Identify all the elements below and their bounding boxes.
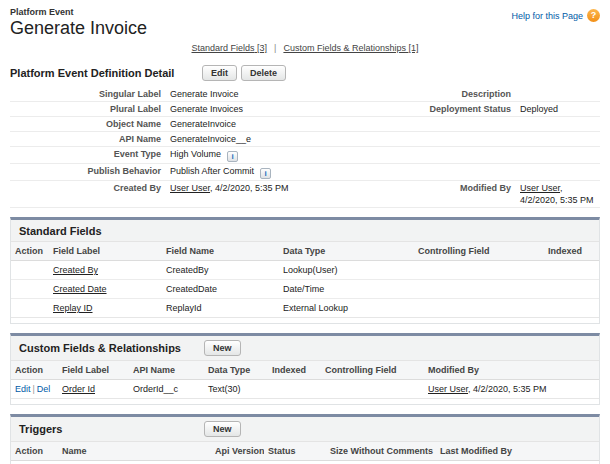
- col-action: Action: [11, 242, 49, 261]
- field-label: API Name: [10, 133, 170, 145]
- edit-button[interactable]: Edit: [202, 65, 237, 81]
- detail-rows: Singular Label Generate Invoice Descript…: [10, 87, 600, 208]
- col-field-name: Field Name: [162, 242, 279, 261]
- col-controlling-field: Controlling Field: [414, 242, 544, 261]
- jump-link-standard-fields[interactable]: Standard Fields [3]: [191, 43, 267, 53]
- section-standard-fields: Standard Fields Action Field Label Field…: [10, 217, 600, 324]
- col-name: Name: [58, 442, 211, 461]
- col-controlling-field: Controlling Field: [321, 361, 424, 380]
- col-size-without-comments: Size Without Comments: [326, 442, 436, 461]
- detail-row-publish-behavior: Publish Behavior Publish After Commiti: [10, 164, 600, 181]
- del-action-link[interactable]: Del: [37, 384, 51, 394]
- col-api-version: Api Version: [211, 442, 264, 461]
- custom-fields-table: Action Field Label API Name Data Type In…: [11, 360, 599, 399]
- help-question-icon[interactable]: ?: [587, 9, 600, 22]
- table-header-row: Action Field Label Field Name Data Type …: [11, 242, 599, 261]
- field-link-created-by[interactable]: Created By: [53, 265, 98, 275]
- field-label: Singular Label: [10, 88, 170, 100]
- table-header-row: Action Field Label API Name Data Type In…: [11, 361, 599, 380]
- field-value: High Volumei: [170, 148, 410, 162]
- table-header-row: Action Name Api Version Status Size With…: [11, 442, 599, 461]
- detail-titlebar: Platform Event Definition Detail Edit De…: [10, 65, 600, 81]
- help-link[interactable]: Help for this Page ?: [511, 9, 600, 22]
- section-triggers: Triggers New Action Name Api Version Sta…: [10, 414, 600, 464]
- detail-row-object-name: Object Name GenerateInvoice: [10, 117, 600, 132]
- section-custom-fields: Custom Fields & Relationships New Action…: [10, 333, 600, 405]
- field-label: Event Type: [10, 148, 170, 162]
- modified-by-user-link[interactable]: User User: [520, 183, 560, 193]
- detail-row-plural-label: Plural Label Generate Invoices Deploymen…: [10, 102, 600, 117]
- field-label: Plural Label: [10, 103, 170, 115]
- table-row: Created By CreatedBy Lookup(User): [11, 261, 599, 280]
- table-row: Edit|Del GenerateInvoiceSubscriber 47.0 …: [11, 461, 599, 464]
- col-data-type: Data Type: [279, 242, 414, 261]
- triggers-header: Triggers New: [11, 417, 599, 441]
- delete-button[interactable]: Delete: [241, 65, 286, 81]
- triggers-title: Triggers: [19, 423, 204, 435]
- info-icon[interactable]: i: [227, 151, 238, 162]
- col-status: Status: [264, 442, 326, 461]
- field-label: Object Name: [10, 118, 170, 130]
- col-modified-by: Modified By: [424, 361, 599, 380]
- field-value: Publish After Commiti: [170, 165, 410, 179]
- field-value: GenerateInvoice: [170, 118, 410, 130]
- field-label: Publish Behavior: [10, 165, 170, 179]
- jump-link-separator: |: [274, 43, 276, 53]
- detail-row-created-by: Created By User User, 4/2/2020, 5:35 PM …: [10, 181, 600, 208]
- field-label: Modified By: [410, 182, 520, 206]
- new-custom-field-button[interactable]: New: [204, 340, 241, 356]
- table-row: Created Date CreatedDate Date/Time: [11, 280, 599, 299]
- col-action: Action: [11, 361, 58, 380]
- field-label: Created By: [10, 182, 170, 206]
- col-indexed: Indexed: [268, 361, 321, 380]
- detail-row-api-name: API Name GenerateInvoice__e: [10, 132, 600, 147]
- standard-fields-table: Action Field Label Field Name Data Type …: [11, 241, 599, 318]
- jump-links: Standard Fields [3]|Custom Fields & Rela…: [0, 43, 610, 53]
- custom-fields-header: Custom Fields & Relationships New: [11, 336, 599, 360]
- field-value: User User, 4/2/2020, 5:35 PM: [170, 182, 410, 206]
- field-label: Description: [410, 88, 520, 100]
- field-value: Deployed: [520, 103, 600, 115]
- col-field-label: Field Label: [58, 361, 129, 380]
- field-value: GenerateInvoice__e: [170, 133, 410, 145]
- table-row: Edit|Del Order Id OrderId__c Text(30) Us…: [11, 380, 599, 399]
- table-row: Replay ID ReplayId External Lookup: [11, 299, 599, 318]
- field-link-order-id[interactable]: Order Id: [62, 384, 95, 394]
- col-field-label: Field Label: [49, 242, 162, 261]
- field-label: Deployment Status: [410, 103, 520, 115]
- standard-fields-title: Standard Fields: [19, 225, 204, 237]
- created-by-user-link[interactable]: User User: [170, 183, 210, 193]
- info-icon[interactable]: i: [260, 168, 271, 179]
- col-data-type: Data Type: [204, 361, 268, 380]
- field-value: Generate Invoices: [170, 103, 410, 115]
- field-value: User User, 4/2/2020, 5:35 PM: [520, 182, 600, 206]
- field-value: [520, 88, 600, 100]
- page-header: Platform Event Generate Invoice Help for…: [0, 0, 610, 39]
- field-link-replay-id[interactable]: Replay ID: [53, 303, 93, 313]
- standard-fields-header: Standard Fields: [11, 220, 599, 241]
- edit-action-link[interactable]: Edit: [15, 384, 31, 394]
- field-value: Generate Invoice: [170, 88, 410, 100]
- modified-by-user-link[interactable]: User User: [428, 384, 468, 394]
- col-api-name: API Name: [129, 361, 204, 380]
- custom-fields-title: Custom Fields & Relationships: [19, 342, 204, 354]
- detail-section-title: Platform Event Definition Detail: [10, 67, 202, 79]
- triggers-table: Action Name Api Version Status Size With…: [11, 441, 599, 464]
- col-last-modified-by: Last Modified By: [436, 442, 599, 461]
- field-link-created-date[interactable]: Created Date: [53, 284, 107, 294]
- col-indexed: Indexed: [544, 242, 599, 261]
- help-link-label: Help for this Page: [511, 11, 583, 21]
- col-action: Action: [11, 442, 58, 461]
- new-trigger-button[interactable]: New: [204, 421, 241, 437]
- jump-link-custom-fields[interactable]: Custom Fields & Relationships [1]: [283, 43, 418, 53]
- platform-event-detail-section: Platform Event Definition Detail Edit De…: [10, 65, 600, 208]
- detail-row-singular-label: Singular Label Generate Invoice Descript…: [10, 87, 600, 102]
- detail-row-event-type: Event Type High Volumei: [10, 147, 600, 164]
